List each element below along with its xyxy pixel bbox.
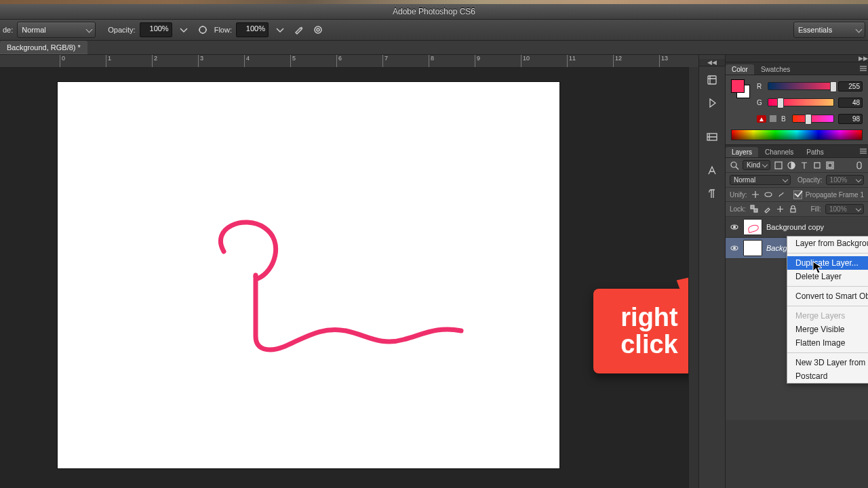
lock-position-icon[interactable] bbox=[776, 205, 785, 214]
svg-rect-10 bbox=[828, 163, 832, 167]
unify-style-icon[interactable] bbox=[776, 190, 786, 199]
opacity-input[interactable]: 100% bbox=[140, 22, 172, 37]
ruler-horizontal[interactable]: 0 1 2 3 4 5 6 7 8 9 10 11 12 13 bbox=[0, 55, 698, 68]
layer-thumbnail[interactable] bbox=[743, 240, 762, 256]
history-icon[interactable] bbox=[703, 70, 722, 89]
menu-separator bbox=[787, 306, 868, 306]
layer-opacity-value[interactable]: 100% bbox=[826, 175, 864, 185]
layer-name[interactable]: Background copy bbox=[766, 223, 824, 231]
tab-color[interactable]: Color bbox=[726, 64, 754, 75]
layer-thumbnail[interactable] bbox=[743, 219, 762, 235]
r-label: R bbox=[757, 83, 764, 90]
lock-pixels-icon[interactable] bbox=[763, 205, 772, 214]
filter-adjust-icon[interactable] bbox=[787, 161, 796, 170]
filter-smart-icon[interactable] bbox=[825, 161, 835, 170]
flow-input[interactable]: 100% bbox=[236, 22, 269, 37]
propagate-label: Propagate Frame 1 bbox=[806, 191, 864, 199]
menu-convert-smart-object[interactable]: Convert to Smart Object bbox=[787, 289, 868, 303]
filter-shape-icon[interactable] bbox=[812, 161, 822, 170]
layer-row[interactable]: Background copy bbox=[726, 217, 868, 238]
annotation-text: rightclick bbox=[620, 304, 678, 359]
menu-layer-from-background[interactable]: Layer from Background... bbox=[787, 237, 868, 250]
scrollbar-vertical[interactable] bbox=[688, 67, 698, 488]
character-icon[interactable] bbox=[703, 161, 722, 180]
filter-toggle-icon[interactable] bbox=[854, 161, 864, 170]
fill-label: Fill: bbox=[810, 205, 821, 213]
menu-separator bbox=[787, 352, 868, 353]
svg-rect-13 bbox=[751, 205, 754, 209]
annotation-callout: rightclick bbox=[593, 289, 698, 373]
properties-icon[interactable] bbox=[703, 127, 722, 146]
document-tab[interactable]: Background, RGB/8) * bbox=[0, 41, 87, 54]
flow-dropdown-icon[interactable] bbox=[273, 22, 288, 37]
propagate-checkbox[interactable] bbox=[793, 190, 802, 199]
tab-swatches[interactable]: Swatches bbox=[755, 64, 796, 75]
lock-all-icon[interactable] bbox=[789, 205, 797, 214]
gamut-warning[interactable]: ▲ bbox=[757, 115, 777, 123]
opacity-dropdown-icon[interactable] bbox=[176, 22, 191, 37]
menu-merge-visible[interactable]: Merge Visible bbox=[787, 323, 868, 336]
filter-pixel-icon[interactable] bbox=[774, 161, 783, 170]
search-icon[interactable] bbox=[730, 161, 739, 170]
b-value[interactable]: 98 bbox=[838, 114, 863, 124]
filter-kind-select[interactable]: Kind bbox=[743, 160, 770, 170]
r-slider[interactable] bbox=[768, 82, 834, 90]
menu-separator bbox=[787, 253, 868, 253]
svg-point-0 bbox=[199, 26, 206, 33]
color-spectrum[interactable] bbox=[731, 129, 863, 140]
layer-context-menu: Layer from Background... Duplicate Layer… bbox=[787, 236, 868, 384]
svg-point-19 bbox=[734, 247, 736, 249]
layer-filter-row: Kind bbox=[726, 158, 868, 173]
menu-duplicate-layer[interactable]: Duplicate Layer... bbox=[787, 256, 868, 270]
lock-label: Lock: bbox=[730, 205, 746, 213]
svg-point-2 bbox=[317, 28, 319, 31]
paragraph-icon[interactable] bbox=[703, 184, 722, 203]
options-bar: de: Normal Opacity: 100% Flow: 100% Esse… bbox=[0, 19, 868, 41]
svg-point-17 bbox=[734, 226, 736, 228]
tab-paths[interactable]: Paths bbox=[800, 147, 830, 157]
panels-collapse[interactable]: ▶▶ bbox=[726, 55, 868, 62]
workspace-select[interactable]: Essentials bbox=[793, 22, 865, 38]
menu-separator bbox=[787, 286, 868, 287]
app-titlebar: Adobe Photoshop CS6 bbox=[0, 4, 868, 19]
foreground-background-swatch[interactable] bbox=[731, 79, 750, 98]
pressure-size-icon[interactable] bbox=[311, 22, 326, 37]
blend-mode-select[interactable]: Normal bbox=[17, 22, 96, 38]
canvas-area: 0 1 2 3 4 5 6 7 8 9 10 11 12 13 rightcli… bbox=[0, 55, 698, 488]
g-value[interactable]: 48 bbox=[838, 98, 863, 108]
svg-point-12 bbox=[765, 192, 772, 197]
app-title: Adobe Photoshop CS6 bbox=[393, 7, 475, 16]
airbrush-icon[interactable] bbox=[292, 22, 307, 37]
tab-layers[interactable]: Layers bbox=[726, 147, 758, 157]
lock-transparent-icon[interactable] bbox=[750, 205, 759, 214]
flow-label: Flow: bbox=[214, 26, 232, 34]
dock-collapse-arrow[interactable]: ◀◀ bbox=[699, 59, 725, 66]
mode-label: de: bbox=[3, 26, 13, 34]
menu-merge-layers: Merge Layers bbox=[787, 309, 868, 323]
menu-new-3d-layer[interactable]: New 3D Layer from File... bbox=[787, 356, 868, 369]
panel-menu-icon[interactable] bbox=[859, 64, 868, 75]
visibility-toggle-icon[interactable] bbox=[730, 222, 739, 232]
menu-delete-layer[interactable]: Delete Layer bbox=[787, 270, 868, 283]
svg-rect-11 bbox=[857, 162, 861, 169]
canvas[interactable] bbox=[58, 82, 559, 468]
b-slider[interactable] bbox=[792, 115, 834, 123]
menu-flatten-image[interactable]: Flatten Image bbox=[787, 336, 868, 350]
actions-icon[interactable] bbox=[703, 94, 722, 113]
unify-position-icon[interactable] bbox=[751, 190, 760, 199]
svg-rect-3 bbox=[708, 76, 716, 84]
filter-type-icon[interactable] bbox=[800, 161, 809, 170]
svg-point-1 bbox=[315, 26, 321, 33]
menu-postcard[interactable]: Postcard bbox=[787, 369, 868, 383]
layers-menu-icon[interactable] bbox=[859, 146, 868, 157]
g-slider[interactable] bbox=[768, 98, 834, 106]
opacity-label: Opacity: bbox=[108, 26, 135, 34]
r-value[interactable]: 255 bbox=[838, 81, 863, 92]
visibility-toggle-icon[interactable] bbox=[730, 243, 739, 253]
fill-value[interactable]: 100% bbox=[825, 204, 864, 214]
pressure-opacity-icon[interactable] bbox=[195, 22, 210, 37]
unify-visibility-icon[interactable] bbox=[764, 190, 773, 199]
tab-channels[interactable]: Channels bbox=[759, 147, 800, 157]
layer-blend-mode[interactable]: Normal bbox=[730, 175, 791, 185]
foreground-color-swatch[interactable] bbox=[731, 79, 745, 93]
